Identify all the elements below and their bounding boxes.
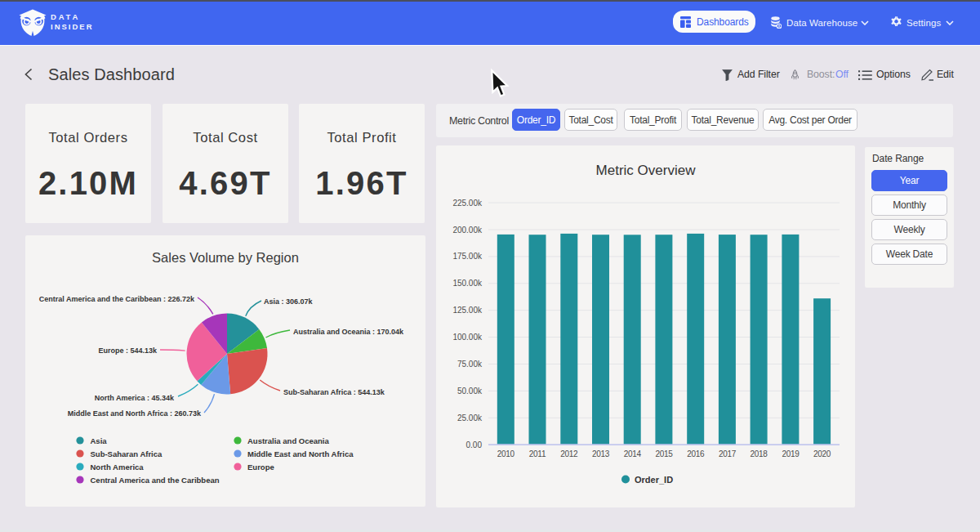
svg-text:North America: North America xyxy=(91,463,145,472)
svg-text:2014: 2014 xyxy=(624,449,642,458)
svg-text:2019: 2019 xyxy=(782,449,800,458)
svg-text:Central America and the Caribb: Central America and the Caribbean : 226.… xyxy=(39,295,195,303)
svg-text:Central America and the Caribb: Central America and the Caribbean xyxy=(91,476,220,485)
svg-text:Sub-Saharan Africa : 544.13k: Sub-Saharan Africa : 544.13k xyxy=(283,388,385,396)
svg-text:Europe: Europe xyxy=(247,463,274,472)
svg-text:Middle East and North Africa :: Middle East and North Africa : 260.73k xyxy=(68,409,202,418)
svg-text:2017: 2017 xyxy=(719,449,737,458)
svg-text:2020: 2020 xyxy=(813,449,831,458)
svg-text:North America : 45.34k: North America : 45.34k xyxy=(95,394,175,402)
svg-text:Australia and Oceania: Australia and Oceania xyxy=(247,436,330,445)
svg-text:175.00k: 175.00k xyxy=(452,252,483,261)
svg-text:200.00k: 200.00k xyxy=(452,226,483,235)
svg-text:0.00: 0.00 xyxy=(466,440,483,449)
svg-text:Order_ID: Order_ID xyxy=(635,475,673,485)
svg-text:150.00k: 150.00k xyxy=(452,279,483,288)
svg-text:Asia : 306.07k: Asia : 306.07k xyxy=(264,297,314,306)
svg-text:Asia: Asia xyxy=(91,436,108,445)
svg-text:2015: 2015 xyxy=(655,449,673,458)
svg-text:Europe : 544.13k: Europe : 544.13k xyxy=(98,346,158,355)
svg-text:Sub-Saharan Africa: Sub-Saharan Africa xyxy=(91,449,163,458)
svg-text:75.00k: 75.00k xyxy=(457,360,483,369)
svg-text:Middle East and North Africa: Middle East and North Africa xyxy=(247,449,354,458)
svg-text:100.00k: 100.00k xyxy=(452,333,483,342)
svg-text:2016: 2016 xyxy=(687,449,705,458)
svg-text:25.00k: 25.00k xyxy=(457,414,483,422)
svg-text:2011: 2011 xyxy=(529,449,546,458)
svg-text:2010: 2010 xyxy=(497,449,515,458)
svg-text:50.00k: 50.00k xyxy=(457,387,483,396)
svg-text:2018: 2018 xyxy=(751,449,768,458)
svg-text:125.00k: 125.00k xyxy=(452,306,483,315)
svg-text:Australia and Oceania : 170.04: Australia and Oceania : 170.04k xyxy=(293,328,404,336)
svg-text:2012: 2012 xyxy=(560,449,578,458)
svg-text:2013: 2013 xyxy=(592,449,610,458)
svg-text:225.00k: 225.00k xyxy=(452,199,483,208)
